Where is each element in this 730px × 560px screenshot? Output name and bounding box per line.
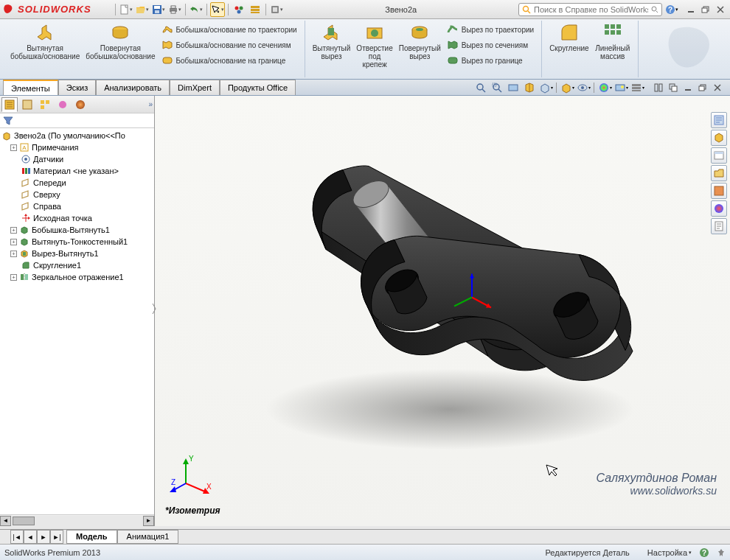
tree-filter-bar[interactable] [0,113,154,128]
tab-nav-first-button[interactable]: |◄ [10,530,24,544]
doc-window-cascade-button[interactable] [667,82,680,94]
tree-annotations[interactable]: +AПримечания [1,141,153,153]
tab-dimxpert[interactable]: DimXpert [170,80,220,95]
tree-feature-2[interactable]: +Вытянуть-Тонкостенный1 [1,236,153,248]
save-button[interactable]: ▾ [151,2,166,17]
tree-material[interactable]: Материал <не указан> [1,165,153,177]
tree-horizontal-scrollbar[interactable]: ◄ ► [0,514,154,526]
close-button[interactable] [714,4,727,15]
apply-scene-button[interactable]: ▾ [613,81,628,94]
scroll-left-button[interactable]: ◄ [0,516,11,526]
part-3d-model[interactable] [236,137,649,454]
status-help-icon[interactable]: ? [699,547,709,558]
forum-button[interactable] [711,218,727,234]
sw-resources-button[interactable] [711,112,727,128]
options-button[interactable] [248,2,263,17]
edit-appearance-button[interactable]: ▾ [597,81,612,94]
hole-wizard-button[interactable]: Отверстие под крепеж [353,21,395,70]
boundary-cut-button[interactable]: Вырез по границе [444,53,537,68]
extrude-boss-button[interactable]: Вытянутая бобышка/основание [7,21,83,69]
view-triad[interactable]: Y X Z [170,452,214,497]
custom-properties-button[interactable] [711,200,727,217]
file-explorer-button[interactable] [711,147,727,164]
doc-window-tile-button[interactable] [652,82,665,94]
tree-root[interactable]: Звено2а (По умолчанию<<По [1,130,153,141]
open-button[interactable]: ▾ [135,2,150,17]
tab-analyze[interactable]: Анализировать [96,80,170,95]
scrollbar-thumb[interactable] [13,517,35,525]
tree-front-plane[interactable]: Спереди [1,177,153,189]
new-button[interactable]: ▾ [119,2,133,17]
display-manager-tab[interactable] [72,97,88,112]
tab-nav-last-button[interactable]: ►| [50,530,63,544]
tab-nav-prev-button[interactable]: ◄ [24,530,37,544]
pin-icon[interactable] [717,548,726,557]
minimize-button[interactable] [684,4,698,15]
zoom-fit-button[interactable] [473,81,488,94]
tab-office[interactable]: Продукты Office [220,80,296,95]
swept-cut-button[interactable]: Вырез по траектории [444,22,537,37]
boundary-boss-button[interactable]: Бобышка/основание на границе [159,53,300,68]
help-search[interactable] [518,3,662,16]
tree-top-plane[interactable]: Сверху [1,189,153,200]
tree-right-plane[interactable]: Справа [1,200,153,212]
tree-feature-3[interactable]: +Вырез-Вытянуть1 [1,248,153,259]
design-library-button[interactable] [711,130,727,146]
svg-text:Y: Y [189,455,194,463]
expand-toggle-icon[interactable]: + [10,251,17,257]
fillet-button[interactable]: Скругление [546,21,592,62]
print-button[interactable]: ▾ [167,2,182,17]
tree-panel-expand-button[interactable]: » [148,100,153,108]
tree-feature-5[interactable]: +Зеркальное отражение1 [1,271,153,283]
tree-feature-1[interactable]: +Бобышка-Вытянуть1 [1,224,153,236]
expand-toggle-icon[interactable]: + [10,239,17,245]
tree-sensors[interactable]: Датчики [1,153,153,165]
expand-toggle-icon[interactable]: + [10,227,17,234]
loft-cut-button[interactable]: Вырез по сечениям [444,38,537,52]
view-palette-button[interactable] [711,165,727,181]
feature-tree[interactable]: Звено2а (По умолчанию<<По +AПримечанияДа… [0,128,154,514]
doc-restore-button[interactable] [696,82,709,94]
settings-button[interactable]: ▾ [269,2,284,17]
configuration-manager-tab[interactable] [37,97,53,112]
display-style-button[interactable]: ▾ [560,81,574,94]
expand-toggle-icon[interactable]: + [10,144,17,151]
btab-model[interactable]: Модель [66,530,117,544]
revolve-cut-button[interactable]: Повернутый вырез [396,21,444,70]
search-input[interactable] [534,5,648,14]
linear-pattern-button[interactable]: Линейный массив [592,21,633,62]
help-dropdown-button[interactable]: ?▾ [665,4,678,15]
doc-close-button[interactable] [711,82,724,94]
doc-minimize-button[interactable] [681,82,695,94]
swept-boss-button[interactable]: Бобышка/основание по траектории [159,22,300,37]
btab-animation[interactable]: Анимация1 [117,530,179,544]
previous-view-button[interactable] [506,81,521,94]
view-settings-button[interactable]: ▾ [630,81,644,94]
search-go-icon[interactable] [651,6,658,13]
zoom-area-button[interactable] [490,81,504,94]
panel-split-handle[interactable] [151,302,157,315]
view-orientation-button[interactable]: ▾ [538,81,553,94]
rebuild-button[interactable] [232,2,246,17]
restore-button[interactable] [699,4,712,15]
appearances-button[interactable] [711,183,727,199]
hide-show-button[interactable]: ▾ [576,81,591,94]
feature-manager-tab[interactable] [1,97,18,112]
graphics-viewport[interactable]: Y X Z Изометрия Саляхутдинов Роман www.s… [155,96,730,526]
revolve-boss-button[interactable]: Повернутая бобышка/основание [83,21,158,69]
select-button[interactable]: ▾ [210,2,225,17]
section-view-button[interactable] [522,81,537,94]
tab-nav-next-button[interactable]: ► [37,530,50,544]
tree-feature-4[interactable]: Скругление1 [1,259,153,271]
tree-origin[interactable]: Исходная точка [1,212,153,224]
expand-toggle-icon[interactable]: + [10,274,17,281]
tab-sketch[interactable]: Эскиз [58,80,96,95]
undo-button[interactable]: ▾ [189,2,204,17]
scroll-right-button[interactable]: ► [143,516,154,526]
property-manager-tab[interactable] [19,97,35,112]
loft-boss-button[interactable]: Бобышка/основание по сечениям [159,38,300,52]
status-customize-label[interactable]: Настройка [647,548,687,557]
extrude-cut-button[interactable]: Вытянутый вырез [310,21,354,70]
tab-features[interactable]: Элементы [3,80,58,95]
dimxpert-manager-tab[interactable] [55,97,71,112]
